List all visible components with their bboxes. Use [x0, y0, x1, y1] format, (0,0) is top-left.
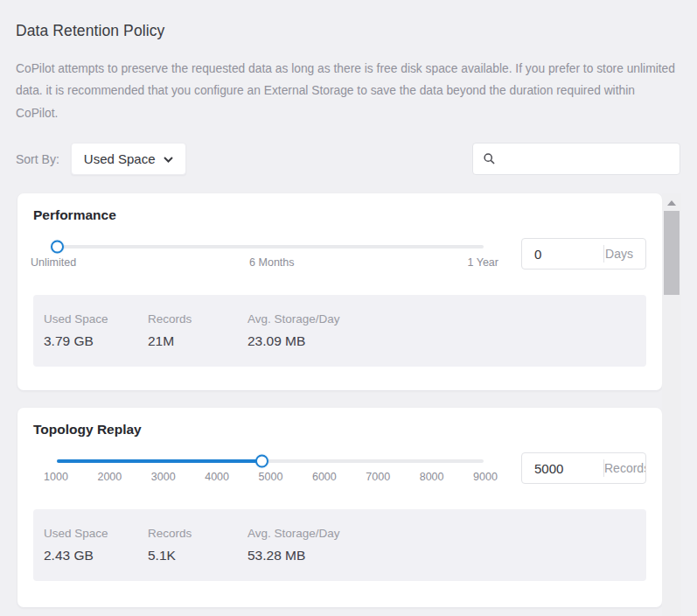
slider-tick-label: 3000 — [145, 471, 182, 483]
page-description: CoPilot attempts to preserve the request… — [16, 58, 680, 124]
slider-track[interactable] — [57, 245, 484, 248]
slider-track-wrap — [57, 240, 484, 254]
stat-item: Used Space 2.43 GB — [44, 526, 148, 564]
stat-item: Records 21M — [148, 312, 247, 350]
stat-value: 21M — [148, 332, 239, 350]
days-input[interactable] — [522, 239, 603, 269]
slider-fill — [57, 459, 261, 463]
stat-value: 23.09 MB — [247, 332, 340, 350]
sort-by-dropdown[interactable]: Used Space — [71, 143, 186, 175]
sort-by-label: Sort By: — [16, 152, 59, 166]
stats-panel: Used Space 3.79 GB Records 21M Avg. Stor… — [33, 295, 646, 367]
retention-slider: Unlimited 6 Months 1 Year — [31, 238, 498, 269]
slider-tick-label: 1 Year — [468, 256, 498, 269]
scrollbar-thumb[interactable] — [664, 211, 680, 295]
chevron-down-icon — [164, 157, 173, 163]
slider-tick-labels: Unlimited 6 Months 1 Year — [31, 256, 498, 269]
retention-slider: 1000 2000 3000 4000 5000 6000 7000 8000 … — [31, 452, 498, 483]
slider-tick-label: 1000 — [38, 471, 74, 483]
input-unit-label: Days — [604, 247, 645, 261]
search-box[interactable] — [472, 143, 680, 175]
slider-tick-label: Unlimited — [31, 256, 76, 269]
slider-tick-label: 8000 — [414, 471, 450, 483]
days-input-group: Days — [521, 238, 646, 270]
stat-value: 5.1K — [148, 546, 239, 564]
data-retention-page: Data Retention Policy CoPilot attempts t… — [0, 0, 697, 607]
stat-value: 2.43 GB — [44, 546, 139, 564]
stat-item: Avg. Storage/Day 23.09 MB — [247, 312, 349, 350]
stat-label: Records — [148, 312, 239, 326]
input-unit-label: Records — [604, 461, 646, 475]
stat-label: Avg. Storage/Day — [247, 526, 340, 541]
card-topology-replay: Topology Replay 1000 2000 3000 4000 5000… — [17, 408, 662, 607]
stat-label: Avg. Storage/Day — [247, 312, 340, 326]
retention-slider-row: Unlimited 6 Months 1 Year Days — [31, 238, 646, 270]
stat-label: Used Space — [44, 312, 139, 326]
card-performance: Performance Unlimited 6 Months 1 Year — [17, 193, 662, 390]
stat-item: Records 5.1K — [148, 526, 247, 564]
slider-tick-label: 4000 — [199, 471, 235, 483]
card-title: Performance — [31, 207, 646, 223]
slider-thumb[interactable] — [255, 455, 268, 468]
stat-value: 3.79 GB — [44, 332, 139, 350]
slider-tick-label: 9000 — [467, 471, 504, 483]
search-icon — [484, 153, 495, 164]
slider-tick-label: 7000 — [359, 471, 396, 483]
scroll-up-arrow-icon[interactable] — [667, 200, 676, 206]
retention-slider-row: 1000 2000 3000 4000 5000 6000 7000 8000 … — [31, 452, 646, 484]
scrollbar[interactable] — [662, 193, 681, 616]
slider-tick-label: 2000 — [91, 471, 128, 483]
slider-tick-label: 5000 — [253, 471, 289, 483]
sort-by-value: Used Space — [84, 151, 156, 166]
stat-item: Avg. Storage/Day 53.28 MB — [247, 526, 349, 564]
records-input[interactable] — [522, 453, 603, 483]
toolbar: Sort By: Used Space — [16, 143, 680, 175]
slider-thumb[interactable] — [51, 241, 64, 254]
slider-tick-labels: 1000 2000 3000 4000 5000 6000 7000 8000 … — [31, 471, 504, 483]
stat-label: Records — [148, 526, 239, 541]
slider-track-wrap — [57, 454, 484, 468]
slider-track[interactable] — [57, 459, 484, 463]
stat-value: 53.28 MB — [247, 546, 340, 564]
page-title: Data Retention Policy — [16, 22, 680, 40]
slider-tick-label: 6 Months — [249, 256, 294, 269]
slider-tick-label: 6000 — [306, 471, 343, 483]
card-title: Topology Replay — [31, 422, 646, 438]
stat-label: Used Space — [44, 526, 139, 541]
stat-item: Used Space 3.79 GB — [44, 312, 148, 350]
stats-panel: Used Space 2.43 GB Records 5.1K Avg. Sto… — [33, 509, 646, 581]
records-input-group: Records — [521, 452, 646, 484]
search-input[interactable] — [503, 152, 671, 166]
